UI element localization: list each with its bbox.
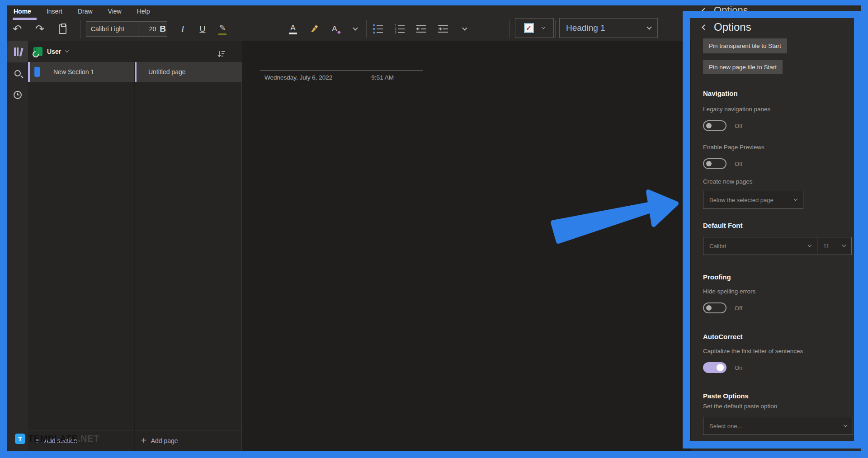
add-page-label: Add page <box>151 437 178 444</box>
underline-button[interactable]: U <box>197 22 208 36</box>
options-ghost-header: Options <box>703 5 748 16</box>
clear-formatting-button[interactable]: A <box>329 22 340 36</box>
notebook-sync-icon <box>33 47 42 56</box>
back-button[interactable] <box>702 24 708 30</box>
font-options-expand-button[interactable] <box>349 22 361 36</box>
page-date: Wednesday, July 6, 2022 <box>264 74 332 81</box>
todo-checkbox-icon <box>524 23 534 33</box>
capitalize-toggle[interactable] <box>703 362 726 373</box>
autocorrect-heading: AutoCorrect <box>703 333 743 340</box>
sort-pages-button[interactable] <box>216 47 227 61</box>
section-item-label: New Section 1 <box>53 68 94 76</box>
toolbar-separator <box>366 20 367 38</box>
page-time: 9:51 AM <box>371 74 394 81</box>
bold-button[interactable]: B <box>157 22 169 36</box>
notebook-name[interactable]: User <box>47 48 61 55</box>
pin-new-page-tile-button[interactable]: Pin new page tile to Start <box>703 60 783 74</box>
clipboard-icon <box>59 24 66 34</box>
default-font-size-value: 11 <box>823 243 830 250</box>
decrease-indent-button[interactable] <box>415 22 427 36</box>
toolbar-separator <box>80 20 80 38</box>
tab-home[interactable]: Home <box>14 8 31 15</box>
navigation-heading: Navigation <box>703 90 738 97</box>
font-color-button[interactable]: A <box>287 22 299 36</box>
chevron-down-icon <box>65 48 69 52</box>
chevron-down-icon <box>808 243 811 247</box>
numbered-list-icon: 1 2 3 <box>395 24 405 33</box>
watermark: T TEMPLATE.NET <box>15 434 99 444</box>
create-pages-value: Below the selected page <box>709 197 774 203</box>
page-item[interactable]: Untitled page <box>135 62 241 82</box>
paste-options-heading: Paste Options <box>703 392 749 400</box>
highlighter-icon <box>218 23 226 35</box>
toggle-knob <box>706 161 712 166</box>
back-icon <box>702 8 708 14</box>
page-item-label: Untitled page <box>148 68 186 76</box>
create-pages-dropdown[interactable]: Below the selected page <box>703 191 803 209</box>
font-name-input[interactable]: Calibri Light <box>86 21 138 37</box>
format-painter-button[interactable] <box>308 22 320 36</box>
page-list: Untitled page + Add page <box>135 62 242 451</box>
rail-recent-button[interactable] <box>7 84 28 106</box>
options-title: Options <box>714 21 751 33</box>
default-font-dropdown[interactable]: Calibri <box>703 237 817 255</box>
chevron-down-icon <box>842 243 846 247</box>
chevron-down-icon <box>542 25 545 29</box>
proofing-heading: Proofing <box>703 273 731 281</box>
pin-transparent-tile-button[interactable]: Pin transparent tile to Start <box>703 38 787 53</box>
redo-icon <box>35 23 44 35</box>
highlighter-button[interactable] <box>217 22 228 36</box>
legacy-navigation-state: Off <box>735 123 742 129</box>
chevron-down-icon <box>844 423 847 427</box>
default-font-size-dropdown[interactable]: 11 <box>817 237 852 255</box>
capitalize-state: On <box>735 364 742 371</box>
tab-draw[interactable]: Draw <box>78 8 93 15</box>
increase-indent-button[interactable] <box>437 22 449 36</box>
increase-indent-icon <box>438 25 448 33</box>
page-title-rule <box>260 71 423 71</box>
italic-icon: I <box>181 24 184 34</box>
hide-spelling-toggle[interactable] <box>703 302 726 313</box>
tab-help[interactable]: Help <box>137 8 150 15</box>
bold-icon: B <box>160 24 166 34</box>
style-selector[interactable]: Heading 1 <box>559 18 658 38</box>
chevron-down-icon <box>353 25 358 30</box>
numbered-list-button[interactable]: 1 2 3 <box>394 22 406 36</box>
bullet-list-icon <box>373 24 383 33</box>
undo-button[interactable] <box>11 22 23 36</box>
watermark-brand: TEMPLATE <box>28 434 78 444</box>
toggle-knob <box>706 123 712 128</box>
watermark-logo: T <box>15 434 25 444</box>
todo-tag-button[interactable] <box>515 18 554 38</box>
legacy-navigation-label: Legacy navigation panes <box>703 106 770 113</box>
page-previews-toggle[interactable] <box>703 158 726 169</box>
page-canvas[interactable]: Wednesday, July 6, 2022 9:51 AM <box>242 41 691 451</box>
tab-insert[interactable]: Insert <box>47 8 62 15</box>
toolbar-separator <box>555 20 556 38</box>
create-pages-label: Create new pages <box>703 178 753 185</box>
clear-formatting-icon: A <box>332 24 337 33</box>
toggle-knob <box>717 364 724 371</box>
section-item[interactable]: New Section 1 <box>28 62 134 82</box>
paste-button[interactable] <box>57 22 68 36</box>
paragraph-options-expand-button[interactable] <box>459 22 471 36</box>
style-selector-value: Heading 1 <box>566 23 605 33</box>
toolbar: Calibri Light 20 B I U A A <box>7 17 691 41</box>
chevron-down-icon <box>794 197 797 201</box>
search-icon <box>14 70 21 76</box>
paste-options-dropdown[interactable]: Select one... <box>703 417 853 435</box>
underline-icon: U <box>200 24 206 34</box>
decrease-indent-icon <box>416 25 426 33</box>
rail-search-button[interactable] <box>7 62 28 84</box>
legacy-navigation-toggle[interactable] <box>703 120 726 131</box>
add-page-button[interactable]: + Add page <box>135 430 241 451</box>
rail-notebooks-button[interactable] <box>7 41 28 62</box>
italic-button[interactable]: I <box>177 22 189 36</box>
redo-button[interactable] <box>34 22 46 36</box>
bullet-list-button[interactable] <box>372 22 384 36</box>
tab-view[interactable]: View <box>108 8 122 15</box>
paste-options-subtitle: Set the default paste option <box>703 403 777 410</box>
default-font-heading: Default Font <box>703 222 743 229</box>
menu-bar: Home Insert Draw View Help <box>7 5 150 17</box>
format-painter-icon <box>309 24 318 33</box>
